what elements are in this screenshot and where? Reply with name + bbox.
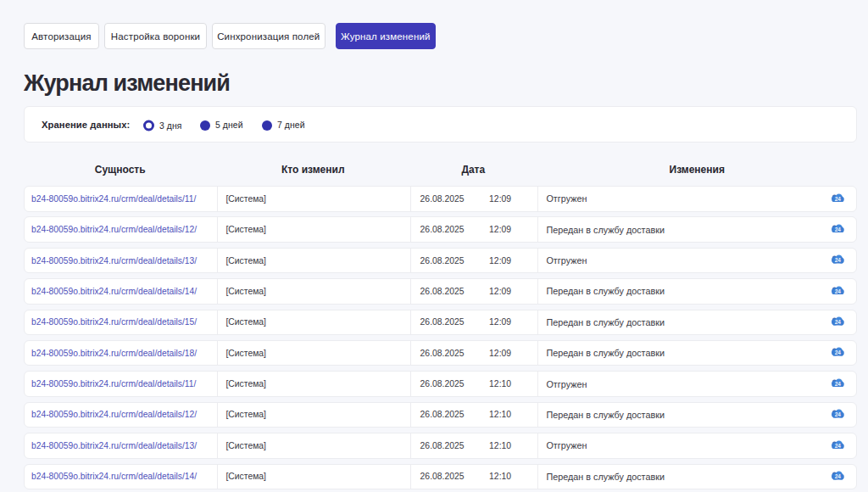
svg-text:24: 24 bbox=[835, 226, 842, 232]
svg-text:24: 24 bbox=[835, 195, 842, 201]
svg-text:24: 24 bbox=[835, 442, 842, 448]
svg-text:24: 24 bbox=[835, 257, 842, 263]
svg-text:24: 24 bbox=[835, 288, 842, 294]
svg-text:24: 24 bbox=[835, 319, 842, 325]
svg-text:24: 24 bbox=[835, 349, 842, 355]
svg-text:24: 24 bbox=[835, 473, 842, 479]
svg-text:24: 24 bbox=[835, 411, 842, 417]
svg-text:24: 24 bbox=[835, 381, 842, 387]
